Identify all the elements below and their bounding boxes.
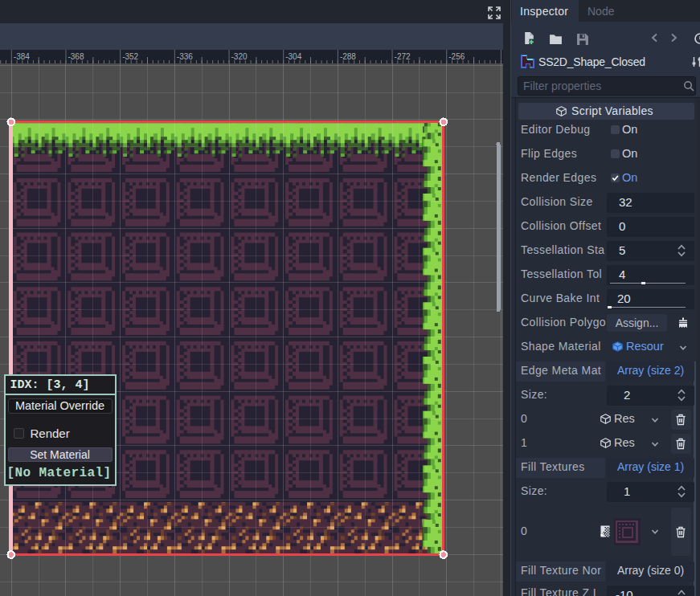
svg-text:-368: -368 (68, 52, 84, 61)
svg-text:-320: -320 (231, 52, 248, 61)
svg-text:-336: -336 (177, 52, 193, 61)
svg-text:-352: -352 (122, 52, 138, 61)
svg-text:-288: -288 (340, 52, 356, 61)
svg-text:-272: -272 (395, 52, 411, 61)
svg-text:-384: -384 (14, 52, 30, 61)
svg-text:-256: -256 (448, 52, 465, 61)
svg-text:-304: -304 (285, 52, 301, 61)
